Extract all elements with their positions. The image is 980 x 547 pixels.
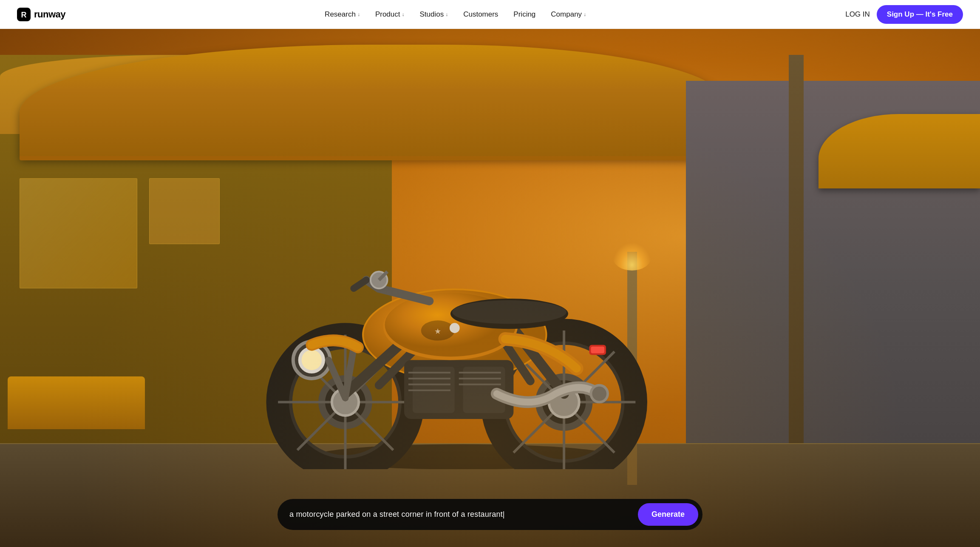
chevron-down-icon: ↓ bbox=[583, 11, 586, 17]
nav-actions: LOG IN Sign Up — It's Free bbox=[845, 5, 963, 24]
svg-point-45 bbox=[302, 350, 322, 370]
navbar: R runway Research ↓ Product ↓ Studios ↓ … bbox=[0, 0, 980, 29]
nav-link-research[interactable]: Research ↓ bbox=[319, 7, 366, 22]
chevron-down-icon: ↓ bbox=[445, 11, 448, 17]
nav-link-company[interactable]: Company ↓ bbox=[545, 7, 592, 22]
hero-section: ★ bbox=[0, 29, 980, 547]
logo-text: runway bbox=[34, 9, 65, 20]
generate-button[interactable]: Generate bbox=[638, 503, 698, 526]
runway-logo-icon: R bbox=[17, 8, 31, 21]
hero-scene: ★ bbox=[0, 29, 980, 547]
utility-pole bbox=[789, 55, 804, 444]
hero-background: ★ bbox=[0, 29, 980, 547]
nav-link-customers[interactable]: Customers bbox=[457, 7, 504, 22]
nav-link-pricing[interactable]: Pricing bbox=[507, 7, 541, 22]
chevron-down-icon: ↓ bbox=[357, 11, 360, 17]
logo-link[interactable]: R runway bbox=[17, 8, 65, 21]
signup-button[interactable]: Sign Up — It's Free bbox=[877, 5, 963, 24]
svg-point-42 bbox=[452, 300, 566, 323]
svg-text:R: R bbox=[21, 11, 27, 19]
motorcycle-svg: ★ bbox=[193, 133, 732, 470]
prompt-input[interactable] bbox=[289, 510, 633, 519]
building-window-1 bbox=[20, 178, 137, 288]
nav-link-product[interactable]: Product ↓ bbox=[369, 7, 411, 22]
chevron-down-icon: ↓ bbox=[402, 11, 404, 17]
bar-counter bbox=[8, 376, 145, 429]
login-link[interactable]: LOG IN bbox=[845, 10, 870, 19]
svg-point-55 bbox=[450, 323, 460, 333]
prompt-bar: Generate bbox=[278, 499, 702, 530]
svg-text:★: ★ bbox=[434, 327, 441, 336]
svg-rect-54 bbox=[591, 346, 604, 353]
nav-links: Research ↓ Product ↓ Studios ↓ Customers… bbox=[319, 7, 592, 22]
motorcycle: ★ bbox=[193, 133, 732, 470]
svg-point-36 bbox=[591, 385, 608, 402]
svg-line-50 bbox=[354, 280, 366, 288]
nav-link-studios[interactable]: Studios ↓ bbox=[414, 7, 454, 22]
right-awning bbox=[819, 114, 980, 188]
